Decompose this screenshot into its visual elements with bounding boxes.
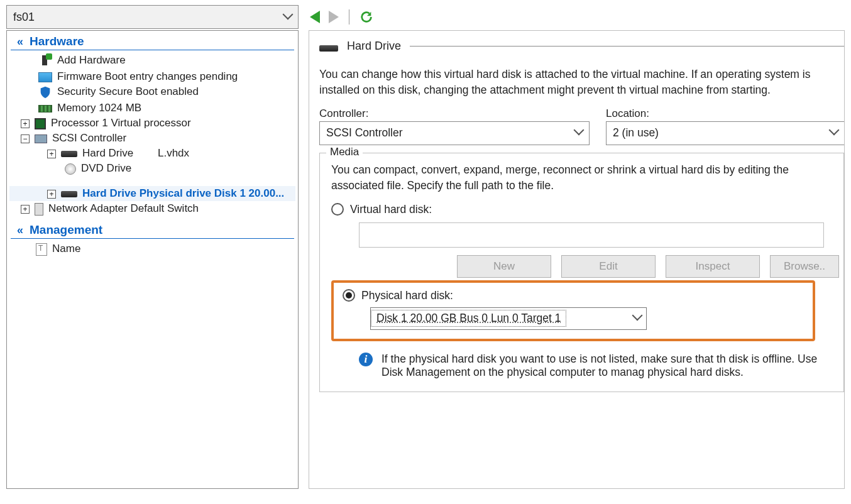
controller-select[interactable]: SCSI Controller: [319, 121, 590, 145]
hdd-icon: [61, 191, 77, 197]
nic-icon: [35, 203, 43, 216]
panel-title: Hard Drive: [347, 40, 401, 53]
panel-description: You can change how this virtual hard dis…: [319, 67, 844, 99]
section-hardware-title: Hardware: [30, 35, 84, 48]
tree-label: Security: [57, 85, 96, 97]
chevron-down-icon: [575, 126, 583, 140]
tree-item-add-hardware[interactable]: Add Hardware: [9, 53, 295, 69]
vm-selector[interactable]: fs01: [6, 5, 299, 29]
tree-label: Name: [52, 243, 80, 255]
collapse-icon: «: [17, 35, 23, 48]
chevron-down-icon: [634, 312, 641, 325]
location-select[interactable]: 2 (in use): [606, 121, 845, 145]
refresh-icon[interactable]: [360, 10, 373, 24]
tree-item-hard-drive-1[interactable]: + Hard Drive L.vhdx: [9, 146, 295, 161]
location-label: Location:: [606, 107, 845, 120]
tree-sublabel: Default Switch: [130, 202, 199, 214]
memory-icon: [38, 105, 52, 112]
hdd-icon: [319, 45, 338, 52]
tree-sublabel: L.vhdx: [136, 147, 189, 159]
tree-item-processor[interactable]: + Processor 1 Virtual processor: [9, 116, 295, 131]
controller-value: SCSI Controller: [326, 126, 403, 140]
cpu-icon: [35, 118, 46, 129]
expander-icon[interactable]: −: [21, 134, 30, 143]
tree-label: Hard Drive: [82, 147, 133, 159]
shield-icon: [38, 85, 52, 99]
phys-label: Physical hard disk:: [361, 289, 453, 302]
media-legend: Media: [326, 146, 363, 158]
nav-back-button[interactable]: [310, 11, 320, 23]
section-management-header[interactable]: « Management: [11, 219, 294, 239]
expander-icon[interactable]: +: [47, 150, 56, 158]
name-icon: [36, 243, 47, 256]
new-button: New: [457, 255, 551, 278]
collapse-icon: «: [17, 224, 23, 237]
tree-label: SCSI Controller: [52, 132, 126, 145]
tree-label: Add Hardware: [57, 54, 126, 67]
dvd-icon: [65, 163, 76, 175]
vhd-label: Virtual hard disk:: [350, 203, 432, 216]
tree-item-name[interactable]: Name: [7, 241, 298, 257]
physical-disk-highlight: Physical hard disk: Disk 1 20.00 GB Bus …: [331, 280, 815, 341]
tree-sublabel: 1024 MB: [99, 102, 141, 114]
location-value: 2 (in use): [613, 126, 659, 140]
tree-label: Processor: [51, 117, 99, 129]
tree-sublabel: 1 Virtual processor: [102, 117, 190, 129]
tree-sublabel: Physical drive Disk 1 20.00...: [140, 187, 285, 199]
tree-label: Firmware: [57, 70, 102, 82]
tree-item-network-adapter[interactable]: + Network Adapter Default Switch: [9, 201, 295, 217]
tree-sublabel: Secure Boot enabled: [99, 85, 199, 97]
tree-label: Network Adapter: [48, 202, 128, 214]
tree-label: DVD Drive: [81, 162, 131, 175]
settings-tree: « Hardware Add Hardware Firmware Boot en…: [6, 30, 299, 489]
physical-disk-value: Disk 1 20.00 GB Bus 0 Lun 0 Target 1: [371, 310, 566, 327]
title-rule: [410, 46, 844, 47]
add-hardware-icon: [38, 54, 52, 68]
toolbar-separator: [349, 9, 349, 25]
section-hardware-header[interactable]: « Hardware: [11, 31, 294, 50]
inspect-button: Inspect: [666, 255, 760, 278]
firmware-icon: [38, 72, 52, 82]
tree-item-dvd-drive[interactable]: DVD Drive: [9, 161, 295, 176]
radio-physical-hard-disk[interactable]: Physical hard disk:: [343, 289, 804, 302]
chevron-down-icon: [830, 126, 838, 140]
section-management-title: Management: [30, 223, 102, 237]
edit-button: Edit: [561, 255, 656, 278]
tree-item-hard-drive-2[interactable]: + Hard Drive Physical drive Disk 1 20.00…: [9, 186, 295, 201]
tree-item-memory[interactable]: Memory 1024 MB: [9, 101, 295, 116]
media-group: Media You can compact, convert, expand, …: [319, 153, 844, 392]
toolbar: [310, 9, 373, 25]
media-description: You can compact, convert, expand, merge,…: [331, 162, 836, 194]
tree-sublabel: Boot entry changes pending: [105, 70, 238, 82]
physical-disk-info: If the physical hard disk you want to us…: [382, 353, 836, 379]
tree-item-security[interactable]: Security Secure Boot enabled: [9, 84, 295, 101]
expander-icon[interactable]: +: [21, 119, 30, 128]
vm-selector-value: fs01: [13, 11, 35, 24]
vhd-path-input[interactable]: [359, 222, 824, 248]
hdd-icon: [61, 151, 77, 157]
controller-label: Controller:: [319, 107, 590, 120]
expander-icon[interactable]: +: [21, 205, 30, 214]
tree-label: Memory: [57, 102, 96, 114]
tree-item-scsi[interactable]: − SCSI Controller: [9, 131, 295, 146]
tree-label: Hard Drive: [82, 187, 136, 199]
info-icon: i: [359, 353, 373, 366]
physical-disk-select[interactable]: Disk 1 20.00 GB Bus 0 Lun 0 Target 1: [370, 307, 647, 330]
expander-icon[interactable]: +: [47, 190, 56, 199]
scsi-icon: [35, 134, 47, 143]
radio-icon: [331, 203, 344, 216]
nav-forward-button: [329, 11, 339, 23]
radio-virtual-hard-disk[interactable]: Virtual hard disk:: [331, 203, 836, 216]
tree-item-firmware[interactable]: Firmware Boot entry changes pending: [9, 69, 295, 84]
chevron-down-icon: [284, 11, 292, 24]
browse-button: Browse..: [770, 255, 839, 278]
radio-icon: [343, 289, 355, 302]
detail-panel: Hard Drive You can change how this virtu…: [309, 30, 845, 489]
